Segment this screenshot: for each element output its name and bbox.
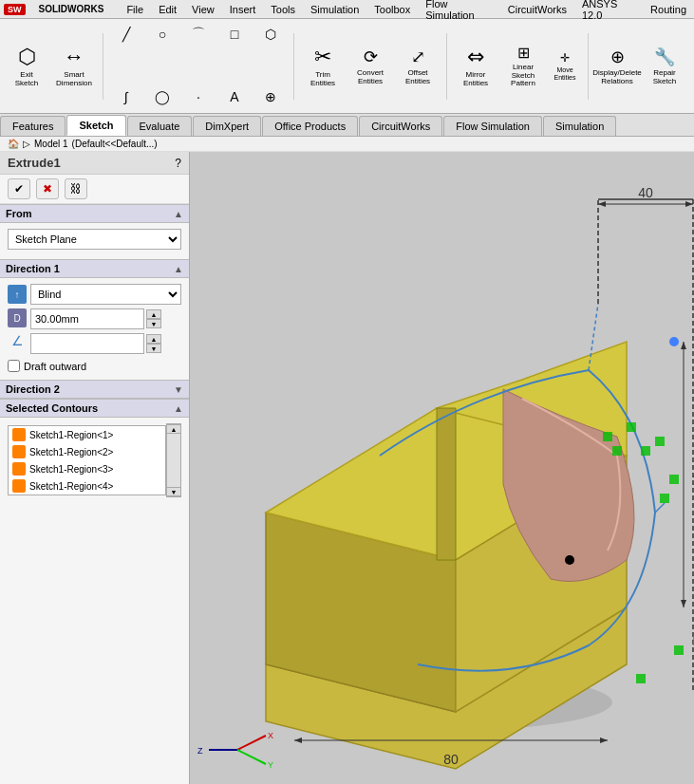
circle-icon: ○ <box>159 27 166 42</box>
confirm-button[interactable]: ✔ <box>8 178 30 199</box>
draft-outward-checkbox[interactable] <box>8 360 20 372</box>
chain-button[interactable]: ⛓ <box>65 178 87 199</box>
depth-input[interactable]: 30.00mm <box>30 308 144 329</box>
depth-increment-button[interactable]: ▲ <box>146 309 161 319</box>
angle-decrement-button[interactable]: ▼ <box>146 344 161 353</box>
mirror-label: MirrorEntities <box>463 71 488 88</box>
polygon-tool-button[interactable]: ⬡ <box>253 5 288 65</box>
from-section-header[interactable]: From ▲ <box>0 204 189 223</box>
solidworks-logo: SW <box>4 4 26 15</box>
rect-tool-button[interactable]: □ <box>217 5 252 65</box>
tab-flow-simulation[interactable]: Flow Simulation <box>443 116 542 136</box>
model-viewport-svg: 40 40 80 <box>190 152 694 784</box>
line-tool-button[interactable]: ╱ <box>109 5 143 65</box>
contour-scrollbar: ▲ ▼ <box>166 423 181 497</box>
arc-tool-button[interactable]: ⌒ <box>181 5 216 65</box>
draft-outward-row: Draft outward <box>8 358 181 374</box>
depth-icon[interactable]: D <box>8 308 27 327</box>
chain-icon: ⛓ <box>70 182 82 196</box>
tab-office-products[interactable]: Office Products <box>262 116 358 136</box>
circle-tool-button[interactable]: ○ <box>145 5 179 65</box>
contour-item-3-label: Sketch1-Region<3> <box>29 464 113 475</box>
tab-sketch[interactable]: Sketch <box>66 115 125 136</box>
list-item[interactable]: Sketch1-Region<3> <box>9 460 165 477</box>
trim-label: TrimEntities <box>310 71 335 88</box>
panel-actions: ✔ ✖ ⛓ <box>0 175 189 204</box>
svg-text:40: 40 <box>638 185 653 200</box>
smart-dimension-button[interactable]: ↔ SmartDimension <box>51 36 97 97</box>
svg-text:80: 80 <box>443 752 459 767</box>
tab-evaluate[interactable]: Evaluate <box>127 116 193 136</box>
from-select[interactable]: Sketch Plane <box>8 229 181 250</box>
display-delete-relations-button[interactable]: ⊕ Display/DeleteRelations <box>594 36 640 97</box>
convert-label: ConvertEntities <box>357 69 384 86</box>
tab-dimxpert[interactable]: DimXpert <box>193 116 261 136</box>
offset-entities-button[interactable]: ⤢ OffsetEntities <box>395 36 441 97</box>
list-item[interactable]: Sketch1-Region<2> <box>9 443 165 460</box>
tab-circuitworks[interactable]: CircuitWorks <box>359 116 442 136</box>
contour-icon-3 <box>12 462 26 476</box>
svg-rect-27 <box>669 475 679 484</box>
construct-icon: ⊕ <box>265 89 276 104</box>
contour-scroll-down[interactable]: ▼ <box>166 487 181 496</box>
exit-sketch-icon: ⬡ <box>18 45 36 69</box>
draft-angle-icon: ∠ <box>8 331 27 350</box>
tab-simulation[interactable]: Simulation <box>543 116 616 136</box>
angle-input[interactable] <box>30 333 144 354</box>
rect-icon: □ <box>231 27 238 42</box>
selected-contours-label: Selected Contours <box>6 402 98 414</box>
menu-flow-simulation[interactable]: Flow Simulation <box>418 0 500 18</box>
offset-icon: ⤢ <box>411 47 425 67</box>
exit-sketch-button[interactable]: ⬡ ExitSketch <box>4 36 49 97</box>
menu-routing[interactable]: Routing <box>643 0 694 18</box>
svg-marker-7 <box>437 408 456 560</box>
contour-scroll-up[interactable]: ▲ <box>166 424 181 434</box>
list-item[interactable]: Sketch1-Region<4> <box>9 477 165 495</box>
direction1-type-select[interactable]: Blind <box>30 284 181 305</box>
angle-increment-button[interactable]: ▲ <box>146 334 161 344</box>
repair-sketch-button[interactable]: 🔧 RepairSketch <box>642 36 687 97</box>
linear-sketch-label: Linear SketchPattern <box>503 64 543 88</box>
from-label: From <box>6 208 32 219</box>
move-icon: ✛ <box>560 51 570 65</box>
from-section-content: Sketch Plane <box>0 223 189 259</box>
panel-header-icons: ? <box>175 157 181 170</box>
direction1-section-content: ↑ Blind D ∠ 30.00mm ▲ ▼ <box>0 278 189 380</box>
main-content: Extrude1 ? ✔ ✖ ⛓ From ▲ Sketch P <box>0 152 694 784</box>
linear-sketch-pattern-button[interactable]: ⊞ Linear SketchPattern <box>500 36 546 97</box>
depth-decrement-button[interactable]: ▼ <box>146 319 161 328</box>
spline-icon: ∫ <box>124 89 128 104</box>
cancel-button[interactable]: ✖ <box>36 178 59 199</box>
contour-item-2-label: Sketch1-Region<2> <box>29 447 113 457</box>
arc-icon: ⌒ <box>192 26 205 43</box>
quick-snaps-button[interactable]: ⊡ QuickSnaps <box>689 36 694 97</box>
direction2-section-header[interactable]: Direction 2 ▼ <box>0 380 189 399</box>
direction1-collapse-icon: ▲ <box>174 264 183 274</box>
list-item[interactable]: Sketch1-Region<1> <box>9 426 165 443</box>
svg-rect-28 <box>660 494 669 503</box>
trim-entities-button[interactable]: ✂ TrimEntities <box>300 36 346 97</box>
menu-simulation[interactable]: Simulation <box>303 0 366 18</box>
menu-circuitworks[interactable]: CircuitWorks <box>500 0 574 18</box>
mirror-entities-button[interactable]: ⇔ MirrorEntities <box>453 36 498 97</box>
menu-toolbox[interactable]: Toolbox <box>366 0 418 18</box>
panel-question-icon[interactable]: ? <box>175 157 181 170</box>
selected-contours-section-header[interactable]: Selected Contours ▲ <box>0 399 189 418</box>
check-icon: ✔ <box>14 182 24 196</box>
convert-entities-button[interactable]: ⟳ ConvertEntities <box>347 36 393 97</box>
svg-text:X: X <box>268 731 273 740</box>
selected-contours-collapse-icon: ▲ <box>174 403 183 414</box>
menu-ansys[interactable]: ANSYS 12.0 <box>574 0 643 18</box>
direction1-flip-button[interactable]: ↑ <box>8 285 27 304</box>
direction1-section-header[interactable]: Direction 1 ▲ <box>0 259 189 278</box>
move-entities-button[interactable]: ✛ MoveEntities <box>548 36 582 97</box>
angle-spinners: ▲ ▼ <box>146 334 161 353</box>
smart-dimension-label: SmartDimension <box>56 71 92 88</box>
svg-rect-32 <box>674 645 684 655</box>
direction2-label: Direction 2 <box>6 383 60 395</box>
depth-spinners: ▲ ▼ <box>146 309 161 328</box>
tab-bar: Features Sketch Evaluate DimXpert Office… <box>0 114 694 137</box>
tab-features[interactable]: Features <box>0 116 66 136</box>
breadcrumb-bar: 🏠 ▷ Model 1 (Default<<Default...) <box>0 137 694 152</box>
svg-rect-25 <box>641 446 650 456</box>
